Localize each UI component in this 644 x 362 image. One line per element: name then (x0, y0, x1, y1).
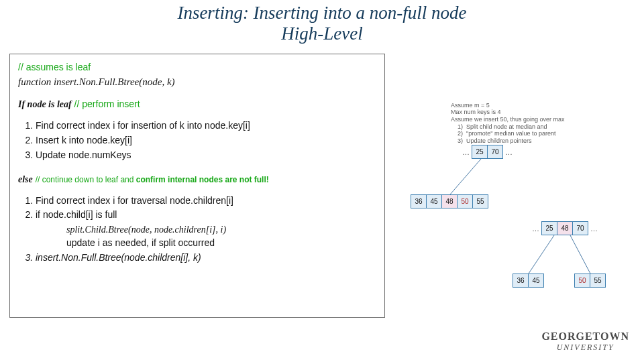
key-cell: 25 (472, 145, 488, 159)
example-description: Assume m = 5 Max num keys is 4 Assume we… (451, 102, 632, 144)
desc-step-1: Split child node at median and (466, 123, 547, 130)
ellipsis-icon: … (460, 148, 472, 156)
key-cell: 55 (590, 274, 606, 288)
after-left-child: 36 45 (513, 274, 544, 288)
leaf-step-2: Insert k into node.key[i] (36, 134, 376, 147)
leaf-step-1: Find correct index i for insertion of k … (36, 119, 376, 132)
leaf-step-3: Update node.numKeys (36, 149, 376, 162)
update-note: update i as needed, if split occurred (66, 237, 376, 250)
desc-m: Assume m = 5 (451, 102, 632, 109)
desc-step-2: "promote" median value to parent (466, 130, 555, 137)
key-cell-new: 50 (457, 194, 473, 208)
else-step-1: Find correct index i for traversal node.… (36, 194, 376, 207)
comment-assumes-leaf: // assumes is leaf (18, 61, 376, 74)
pseudocode-box: // assumes is leaf function insert.Non.F… (9, 54, 385, 318)
key-cell: 70 (487, 145, 503, 159)
university-branding: GEORGETOWN UNIVERSITY (541, 330, 629, 353)
key-cell: 25 (541, 221, 557, 235)
key-cell-new: 50 (574, 274, 590, 288)
else-steps-list: Find correct index i for traversal node.… (18, 194, 376, 222)
if-branch-header: If node is leaf // perform insert (18, 98, 376, 111)
function-declaration: function insert.Non.Full.Btree(node, k) (18, 75, 376, 88)
leaf-steps-list: Find correct index i for insertion of k … (18, 119, 376, 162)
ellipsis-icon: … (530, 225, 541, 233)
else-keyword: else (18, 174, 33, 184)
desc-steps: 1) Split child node at median and 2) "pr… (451, 123, 632, 144)
slide-title: Inserting: Inserting into a non-full nod… (0, 3, 644, 44)
branding-line-1: GEORGETOWN (541, 330, 629, 343)
svg-line-1 (529, 235, 554, 274)
branding-line-2: UNIVERSITY (541, 343, 629, 353)
desc-step-3: Update children pointers (466, 137, 532, 144)
key-cell: 55 (472, 194, 488, 208)
before-root-node: … 25 70 … (460, 145, 515, 159)
key-cell: 45 (426, 194, 442, 208)
key-cell-median: 48 (441, 194, 458, 208)
else-comment-a: // continue down to leaf and (36, 175, 136, 184)
recurse-call: insert.Non.Full.Btree(node.children[i], … (36, 251, 376, 264)
key-cell: 70 (572, 221, 588, 235)
key-cell-promoted: 48 (557, 221, 573, 235)
if-comment: // perform insert (74, 99, 140, 109)
svg-line-0 (450, 159, 481, 194)
key-cell: 36 (411, 194, 427, 208)
after-root-node: … 25 48 70 … (530, 221, 600, 235)
before-child-node: 36 45 48 50 55 (411, 194, 488, 208)
ellipsis-icon: … (588, 225, 600, 233)
desc-insert50: Assume we insert 50, thus going over max (451, 116, 632, 123)
key-cell: 36 (513, 274, 529, 288)
desc-maxkeys: Max num keys is 4 (451, 109, 632, 115)
ellipsis-icon: … (503, 148, 515, 156)
else-step-2: if node.child[i] is full (36, 208, 376, 221)
svg-line-2 (570, 235, 590, 274)
title-line-1: Inserting: Inserting into a non-full nod… (177, 3, 466, 23)
key-cell: 45 (528, 274, 544, 288)
slide: Inserting: Inserting into a non-full nod… (0, 0, 644, 362)
if-keyword: If node is leaf (18, 99, 72, 109)
title-line-2: High-Level (281, 23, 362, 44)
else-comment-b: confirm internal nodes are not full! (136, 175, 269, 184)
else-branch-header: else // continue down to leaf and confir… (18, 173, 376, 186)
else-steps-list-cont: insert.Non.Full.Btree(node.children[i], … (18, 251, 376, 264)
split-call: split.Child.Btree(node, node.children[i]… (66, 223, 376, 237)
after-right-child: 50 55 (574, 274, 606, 288)
